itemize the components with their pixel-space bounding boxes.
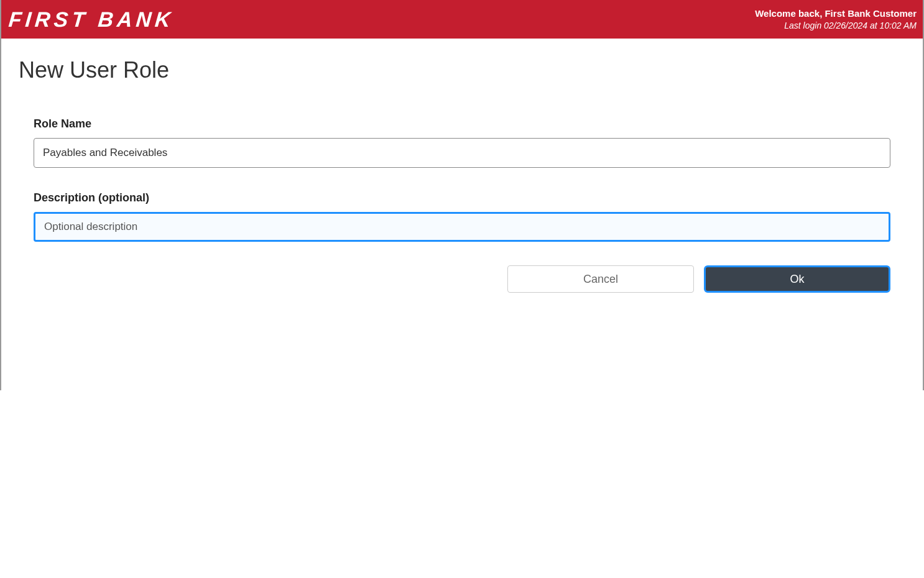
header: FIRST BANK Welcome back, First Bank Cust… [1, 0, 923, 39]
cancel-button[interactable]: Cancel [507, 265, 694, 293]
description-label: Description (optional) [34, 191, 890, 204]
description-group: Description (optional) [34, 191, 890, 242]
app-container: FIRST BANK Welcome back, First Bank Cust… [0, 0, 924, 390]
role-name-label: Role Name [34, 117, 890, 131]
description-input[interactable] [34, 212, 890, 242]
bank-logo: FIRST BANK [7, 7, 175, 32]
content-area: New User Role Role Name Description (opt… [1, 39, 923, 293]
role-name-input[interactable] [34, 138, 890, 168]
page-title: New User Role [19, 57, 905, 83]
form-container: Role Name Description (optional) Cancel … [19, 117, 905, 293]
header-user-info: Welcome back, First Bank Customer Last l… [755, 7, 917, 32]
button-row: Cancel Ok [34, 265, 890, 293]
last-login-text: Last login 02/26/2024 at 10:02 AM [755, 20, 917, 32]
welcome-text: Welcome back, First Bank Customer [755, 7, 917, 20]
role-name-group: Role Name [34, 117, 890, 168]
ok-button[interactable]: Ok [704, 265, 890, 293]
